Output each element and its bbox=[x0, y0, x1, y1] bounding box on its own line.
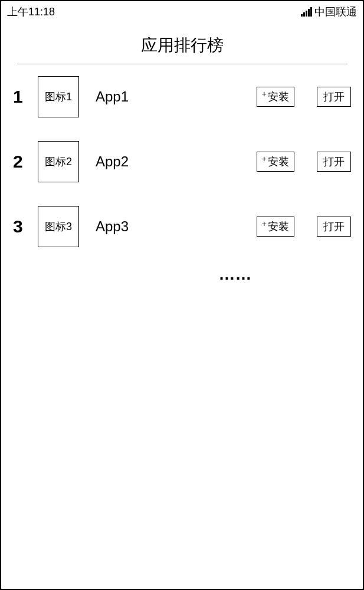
app-row: 3 图标3 App3 + 安装 打开 bbox=[13, 206, 351, 247]
title-divider bbox=[17, 64, 347, 64]
app-icon[interactable]: 图标1 bbox=[38, 76, 79, 117]
plus-icon: + bbox=[262, 90, 267, 98]
status-time: 上午11:18 bbox=[7, 5, 55, 19]
status-right: 中国联通 bbox=[301, 5, 357, 19]
app-name: App1 bbox=[90, 88, 246, 105]
install-button[interactable]: + 安装 bbox=[257, 152, 294, 172]
app-list: 1 图标1 App1 + 安装 打开 2 图标2 App2 + 安装 打开 3 … bbox=[1, 76, 363, 284]
signal-icon bbox=[301, 7, 312, 17]
plus-icon: + bbox=[262, 155, 267, 163]
app-name: App2 bbox=[90, 153, 246, 170]
carrier-label: 中国联通 bbox=[314, 5, 357, 19]
rank-number: 3 bbox=[13, 217, 27, 237]
title-section: 应用排行榜 bbox=[1, 34, 363, 64]
app-icon[interactable]: 图标3 bbox=[38, 206, 79, 247]
install-label: 安装 bbox=[268, 90, 289, 104]
page-title: 应用排行榜 bbox=[1, 34, 363, 57]
app-row: 1 图标1 App1 + 安装 打开 bbox=[13, 76, 351, 117]
install-button[interactable]: + 安装 bbox=[257, 87, 294, 107]
open-button[interactable]: 打开 bbox=[317, 87, 351, 107]
plus-icon: + bbox=[262, 219, 267, 228]
install-label: 安装 bbox=[268, 155, 289, 169]
app-name: App3 bbox=[90, 218, 246, 235]
open-button[interactable]: 打开 bbox=[317, 152, 351, 172]
install-button[interactable]: + 安装 bbox=[257, 217, 294, 237]
app-row: 2 图标2 App2 + 安装 打开 bbox=[13, 141, 351, 182]
status-bar: 上午11:18 中国联通 bbox=[1, 1, 363, 22]
rank-number: 2 bbox=[13, 152, 27, 172]
ellipsis: …… bbox=[119, 265, 351, 284]
install-label: 安装 bbox=[268, 219, 289, 234]
rank-number: 1 bbox=[13, 87, 27, 107]
app-icon[interactable]: 图标2 bbox=[38, 141, 79, 182]
open-button[interactable]: 打开 bbox=[317, 217, 351, 237]
